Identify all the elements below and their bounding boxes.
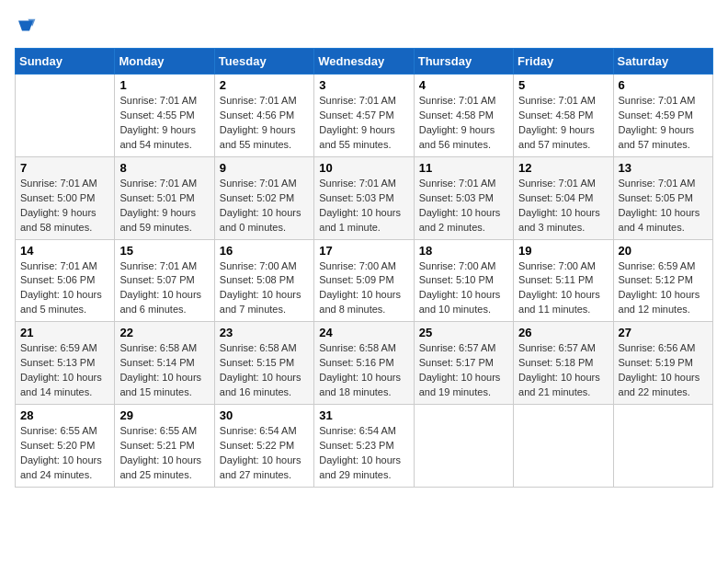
calendar-cell: 15Sunrise: 7:01 AMSunset: 5:07 PMDayligh…: [115, 239, 214, 322]
calendar-cell: [613, 405, 712, 488]
day-number: 24: [319, 326, 408, 339]
page-header: [15, 15, 713, 37]
calendar-cell: 20Sunrise: 6:59 AMSunset: 5:12 PMDayligh…: [613, 239, 712, 322]
calendar-cell: 8Sunrise: 7:01 AMSunset: 5:01 PMDaylight…: [115, 156, 214, 239]
day-number: 21: [20, 326, 109, 339]
calendar-cell: 24Sunrise: 6:58 AMSunset: 5:16 PMDayligh…: [314, 322, 414, 405]
calendar-cell: 18Sunrise: 7:00 AMSunset: 5:10 PMDayligh…: [414, 239, 513, 322]
calendar-cell: 13Sunrise: 7:01 AMSunset: 5:05 PMDayligh…: [613, 156, 712, 239]
day-info: Sunrise: 7:01 AMSunset: 5:03 PMDaylight:…: [319, 177, 408, 236]
day-info: Sunrise: 6:58 AMSunset: 5:15 PMDaylight:…: [220, 341, 309, 400]
day-number: 28: [20, 408, 109, 422]
day-number: 12: [518, 161, 608, 175]
calendar-cell: 3Sunrise: 7:01 AMSunset: 4:57 PMDaylight…: [314, 75, 414, 157]
column-header-wednesday: Wednesday: [314, 49, 414, 75]
calendar-cell: [514, 405, 613, 488]
calendar-cell: 4Sunrise: 7:01 AMSunset: 4:58 PMDaylight…: [414, 75, 513, 157]
column-header-saturday: Saturday: [613, 49, 712, 75]
calendar-week-row: 14Sunrise: 7:01 AMSunset: 5:06 PMDayligh…: [16, 239, 713, 322]
day-info: Sunrise: 7:01 AMSunset: 5:04 PMDaylight:…: [518, 177, 608, 236]
day-info: Sunrise: 6:58 AMSunset: 5:16 PMDaylight:…: [319, 341, 408, 400]
calendar-cell: 22Sunrise: 6:58 AMSunset: 5:14 PMDayligh…: [115, 322, 214, 405]
day-info: Sunrise: 6:54 AMSunset: 5:23 PMDaylight:…: [319, 424, 408, 483]
day-number: 20: [619, 244, 708, 258]
day-info: Sunrise: 7:00 AMSunset: 5:09 PMDaylight:…: [319, 259, 408, 318]
day-info: Sunrise: 7:01 AMSunset: 5:07 PMDaylight:…: [119, 259, 209, 318]
calendar-week-row: 28Sunrise: 6:55 AMSunset: 5:20 PMDayligh…: [16, 405, 713, 488]
day-info: Sunrise: 6:56 AMSunset: 5:19 PMDaylight:…: [619, 341, 708, 400]
calendar-cell: 14Sunrise: 7:01 AMSunset: 5:06 PMDayligh…: [16, 239, 115, 322]
day-info: Sunrise: 6:57 AMSunset: 5:18 PMDaylight:…: [518, 341, 608, 400]
day-number: 17: [319, 244, 408, 258]
day-info: Sunrise: 7:00 AMSunset: 5:11 PMDaylight:…: [518, 259, 608, 318]
day-number: 27: [619, 326, 708, 339]
day-info: Sunrise: 6:59 AMSunset: 5:13 PMDaylight:…: [20, 341, 109, 400]
calendar-cell: 2Sunrise: 7:01 AMSunset: 4:56 PMDaylight…: [214, 75, 313, 157]
calendar-cell: 26Sunrise: 6:57 AMSunset: 5:18 PMDayligh…: [514, 322, 613, 405]
calendar-cell: 12Sunrise: 7:01 AMSunset: 5:04 PMDayligh…: [514, 156, 613, 239]
calendar-cell: 31Sunrise: 6:54 AMSunset: 5:23 PMDayligh…: [314, 405, 414, 488]
day-number: 25: [419, 326, 508, 339]
day-number: 2: [220, 78, 309, 92]
day-info: Sunrise: 7:01 AMSunset: 5:01 PMDaylight:…: [119, 177, 209, 236]
calendar-week-row: 1Sunrise: 7:01 AMSunset: 4:55 PMDaylight…: [16, 75, 713, 157]
day-number: 14: [20, 244, 109, 258]
calendar-cell: 17Sunrise: 7:00 AMSunset: 5:09 PMDayligh…: [314, 239, 414, 322]
day-info: Sunrise: 6:57 AMSunset: 5:17 PMDaylight:…: [419, 341, 508, 400]
calendar-cell: 6Sunrise: 7:01 AMSunset: 4:59 PMDaylight…: [613, 75, 712, 157]
day-number: 4: [419, 78, 508, 92]
calendar-cell: 19Sunrise: 7:00 AMSunset: 5:11 PMDayligh…: [514, 239, 613, 322]
day-number: 11: [419, 161, 508, 175]
day-info: Sunrise: 7:01 AMSunset: 5:03 PMDaylight:…: [419, 177, 508, 236]
day-number: 6: [619, 78, 708, 92]
calendar-cell: 16Sunrise: 7:00 AMSunset: 5:08 PMDayligh…: [214, 239, 313, 322]
day-info: Sunrise: 7:00 AMSunset: 5:08 PMDaylight:…: [220, 259, 309, 318]
day-info: Sunrise: 6:55 AMSunset: 5:20 PMDaylight:…: [20, 424, 109, 483]
day-number: 29: [119, 408, 209, 422]
calendar-week-row: 21Sunrise: 6:59 AMSunset: 5:13 PMDayligh…: [16, 322, 713, 405]
calendar-cell: 28Sunrise: 6:55 AMSunset: 5:20 PMDayligh…: [16, 405, 115, 488]
day-info: Sunrise: 7:01 AMSunset: 4:59 PMDaylight:…: [619, 94, 708, 153]
day-number: 30: [220, 408, 309, 422]
column-header-thursday: Thursday: [414, 49, 513, 75]
calendar-table: SundayMondayTuesdayWednesdayThursdayFrid…: [15, 48, 713, 488]
column-header-monday: Monday: [115, 49, 214, 75]
day-info: Sunrise: 7:01 AMSunset: 5:00 PMDaylight:…: [20, 177, 109, 236]
day-info: Sunrise: 7:01 AMSunset: 4:58 PMDaylight:…: [419, 94, 508, 153]
day-number: 22: [119, 326, 209, 339]
day-number: 13: [619, 161, 708, 175]
day-number: 16: [220, 244, 309, 258]
calendar-cell: [16, 75, 115, 157]
calendar-header-row: SundayMondayTuesdayWednesdayThursdayFrid…: [16, 49, 713, 75]
calendar-cell: 30Sunrise: 6:54 AMSunset: 5:22 PMDayligh…: [214, 405, 313, 488]
day-number: 7: [20, 161, 109, 175]
day-info: Sunrise: 7:01 AMSunset: 4:58 PMDaylight:…: [518, 94, 608, 153]
calendar-cell: 1Sunrise: 7:01 AMSunset: 4:55 PMDaylight…: [115, 75, 214, 157]
calendar-cell: 7Sunrise: 7:01 AMSunset: 5:00 PMDaylight…: [16, 156, 115, 239]
day-number: 15: [119, 244, 209, 258]
day-info: Sunrise: 7:01 AMSunset: 4:55 PMDaylight:…: [119, 94, 209, 153]
calendar-cell: 9Sunrise: 7:01 AMSunset: 5:02 PMDaylight…: [214, 156, 313, 239]
calendar-cell: [414, 405, 513, 488]
day-number: 3: [319, 78, 408, 92]
day-number: 8: [119, 161, 209, 175]
column-header-sunday: Sunday: [16, 49, 115, 75]
day-info: Sunrise: 6:55 AMSunset: 5:21 PMDaylight:…: [119, 424, 209, 483]
day-info: Sunrise: 7:01 AMSunset: 4:56 PMDaylight:…: [220, 94, 309, 153]
day-number: 10: [319, 161, 408, 175]
calendar-cell: 5Sunrise: 7:01 AMSunset: 4:58 PMDaylight…: [514, 75, 613, 157]
day-info: Sunrise: 7:01 AMSunset: 5:02 PMDaylight:…: [220, 177, 309, 236]
day-number: 5: [518, 78, 608, 92]
day-info: Sunrise: 7:01 AMSunset: 4:57 PMDaylight:…: [319, 94, 408, 153]
day-info: Sunrise: 6:54 AMSunset: 5:22 PMDaylight:…: [220, 424, 309, 483]
calendar-cell: 21Sunrise: 6:59 AMSunset: 5:13 PMDayligh…: [16, 322, 115, 405]
day-info: Sunrise: 6:58 AMSunset: 5:14 PMDaylight:…: [119, 341, 209, 400]
day-number: 1: [119, 78, 209, 92]
day-info: Sunrise: 7:01 AMSunset: 5:05 PMDaylight:…: [619, 177, 708, 236]
day-number: 19: [518, 244, 608, 258]
day-info: Sunrise: 6:59 AMSunset: 5:12 PMDaylight:…: [619, 259, 708, 318]
calendar-cell: 11Sunrise: 7:01 AMSunset: 5:03 PMDayligh…: [414, 156, 513, 239]
column-header-friday: Friday: [514, 49, 613, 75]
calendar-cell: 10Sunrise: 7:01 AMSunset: 5:03 PMDayligh…: [314, 156, 414, 239]
logo: [15, 15, 40, 37]
